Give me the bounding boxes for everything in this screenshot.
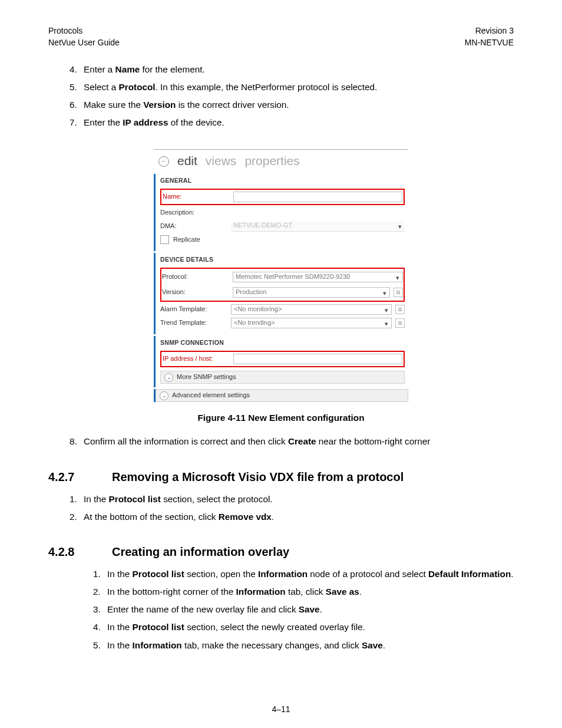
step-428-5: 5.In the Information tab, make the neces… (93, 639, 514, 652)
step-427-2: 2.At the bottom of the section, click Re… (70, 510, 514, 523)
description-label: Description: (160, 208, 231, 218)
alarm-template-select[interactable]: <No monitoring> (231, 304, 392, 315)
hdr-right-bottom: MN-NETVUE (465, 37, 514, 48)
step-4: 4.Enter a Name for the element. (70, 63, 514, 76)
new-element-dialog: ← edit views properties GENERAL Name: De… (154, 149, 408, 402)
section-snmp: SNMP CONNECTION IP address / host: ⌄ Mor… (154, 336, 408, 387)
advanced-label: Advanced element settings (172, 391, 250, 400)
trend-template-select[interactable]: <No trending> (231, 318, 392, 328)
version-label: Version: (162, 288, 233, 297)
back-arrow-icon[interactable]: ← (158, 156, 169, 167)
dma-select[interactable]: NETVUE-DEMO-GT (231, 221, 405, 232)
step-8: 8.Confirm all the information is correct… (70, 435, 514, 448)
replicate-label: Replicate (173, 235, 200, 245)
section-general-title: GENERAL (160, 176, 405, 185)
figure-caption: Figure 4-11 New Element configuration (48, 411, 514, 424)
step-427-1: 1.In the Protocol list section, select t… (70, 493, 514, 506)
tab-views[interactable]: views (206, 152, 237, 170)
more-snmp-settings[interactable]: ⌄ More SNMP settings (160, 371, 405, 384)
steps-4-2-7: 1.In the Protocol list section, select t… (70, 493, 514, 523)
tab-edit[interactable]: edit (177, 152, 197, 170)
description-input[interactable] (231, 207, 405, 218)
hdr-left-top: Protocols (48, 25, 82, 37)
section-device-title: DEVICE DETAILS (160, 255, 405, 264)
step-428-1: 1.In the Protocol list section, open the… (93, 568, 514, 581)
protocol-select[interactable]: Memotec NetPerformer SDM9220-9230 (233, 272, 403, 282)
hdr-right-top: Revision 3 (475, 25, 514, 37)
trend-popout-icon[interactable]: ⧉ (395, 318, 405, 328)
chevron-down-icon: ⌄ (164, 373, 173, 382)
page-number: 4–11 (0, 703, 562, 715)
dma-label: DMA: (160, 222, 231, 231)
ip-address-input[interactable] (233, 354, 402, 364)
step-5: 5.Select a Protocol. In this example, th… (70, 81, 514, 94)
protocol-label: Protocol: (162, 272, 233, 282)
alarm-popout-icon[interactable]: ⧉ (395, 305, 405, 314)
step-7: 7.Enter the IP address of the device. (70, 116, 514, 129)
chevron-down-icon: ⌄ (160, 391, 168, 400)
advanced-element-settings[interactable]: ⌄ Advanced element settings (156, 389, 408, 402)
tab-properties[interactable]: properties (244, 152, 299, 170)
version-popout-icon[interactable]: ⧉ (394, 288, 403, 297)
section-general: GENERAL Name: Description: DMA: NETVUE-D… (154, 174, 408, 251)
step-428-2: 2.In the bottom-right corner of the Info… (93, 585, 514, 598)
replicate-checkbox[interactable] (160, 235, 169, 244)
page-header: Protocols Revision 3 NetVue User Guide M… (48, 25, 514, 49)
steps-4-2-8: 1.In the Protocol list section, open the… (93, 568, 514, 652)
ip-address-label: IP address / host: (163, 354, 233, 364)
version-select[interactable]: Production (233, 287, 390, 298)
name-input[interactable] (233, 192, 402, 202)
step-428-4: 4.In the Protocol list section, select t… (93, 621, 514, 634)
more-snmp-label: More SNMP settings (177, 373, 236, 382)
name-label: Name: (163, 192, 233, 202)
trend-template-label: Trend Template: (160, 318, 231, 328)
dialog-tabs: ← edit views properties (154, 150, 408, 173)
hdr-left-bottom: NetVue User Guide (48, 37, 120, 48)
step-6: 6.Make sure the Version is the correct d… (70, 98, 514, 111)
section-snmp-title: SNMP CONNECTION (160, 338, 405, 347)
heading-4-2-7: 4.2.7Removing a Microsoft Visio VDX file… (48, 469, 514, 486)
section-advanced: ⌄ Advanced element settings (154, 389, 408, 402)
steps-4-7: 4.Enter a Name for the element. 5.Select… (70, 63, 514, 130)
step-8-list: 8.Confirm all the information is correct… (70, 435, 514, 448)
alarm-template-label: Alarm Template: (160, 305, 231, 314)
section-device-details: DEVICE DETAILS Protocol: Memotec NetPerf… (154, 253, 408, 334)
step-428-3: 3.Enter the name of the new overlay file… (93, 603, 514, 616)
heading-4-2-8: 4.2.8Creating an information overlay (48, 543, 514, 561)
